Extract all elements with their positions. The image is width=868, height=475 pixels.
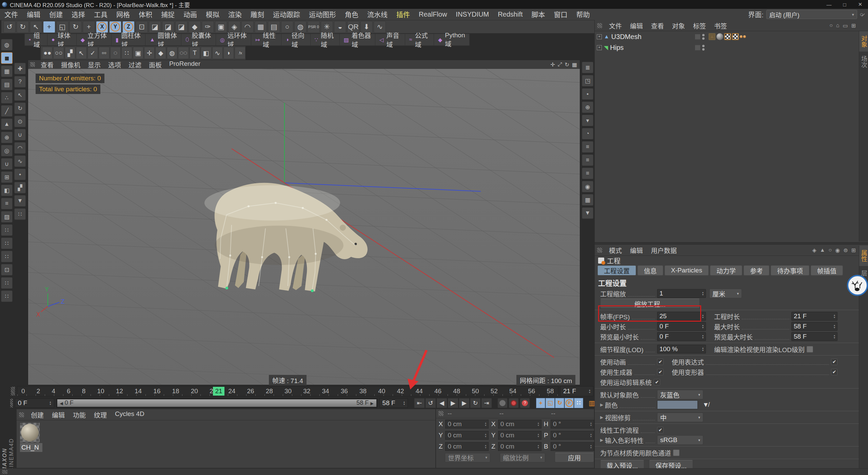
menu-item[interactable]: 运动图形 <box>304 10 340 19</box>
object-manager-menu-item[interactable]: 查看 <box>647 21 668 30</box>
scale-field[interactable]: 1▴▾ <box>657 289 706 298</box>
lock-workplane-icon[interactable]: ⊡ <box>1 264 13 276</box>
current-frame-field[interactable]: 21 F▴▾ <box>560 386 593 396</box>
attribute-tab[interactable]: 帧插值 <box>811 265 843 276</box>
visibility-dots[interactable] <box>702 45 705 51</box>
list3-icon[interactable]: ≡ <box>582 168 593 179</box>
default-color-dropdown[interactable]: 灰蓝色▾ <box>657 390 703 399</box>
menu-item[interactable]: 雕刻 <box>246 10 269 19</box>
key-pla-toggle[interactable]: ∷ <box>574 398 583 408</box>
object-manager-menu-item[interactable]: 文件 <box>605 21 626 30</box>
prev-frame-icon[interactable]: ◀ <box>436 398 447 408</box>
menu-item[interactable]: 插件 <box>392 10 414 19</box>
use-motion-clip-checkbox[interactable]: ✔ <box>654 379 660 385</box>
menu-item[interactable]: 模拟 <box>201 10 224 19</box>
menu-item[interactable]: 编辑 <box>22 10 45 19</box>
lod-checkbox[interactable] <box>807 346 813 353</box>
object-row-hips[interactable]: + ◥ Hips <box>595 42 868 53</box>
visibility-dots[interactable] <box>702 34 705 40</box>
color-swatch[interactable] <box>657 400 698 409</box>
menu-item[interactable]: 运动跟踪 <box>269 10 304 19</box>
menu-item[interactable]: 工具 <box>90 10 112 19</box>
key-rotation-toggle[interactable]: ↻ <box>555 398 564 408</box>
wire-sphere-icon[interactable]: ◍ <box>167 47 177 59</box>
manager-side-tab[interactable]: 属性 <box>859 246 868 266</box>
rotate-small-icon[interactable]: ↻ <box>14 102 26 114</box>
tweak-off-icon[interactable]: ○○ <box>53 47 64 59</box>
cursor-icon[interactable]: ↖ <box>14 89 26 101</box>
lock-icon[interactable]: ◉ <box>835 247 840 253</box>
range-grip[interactable] <box>10 399 13 407</box>
size-mode-dropdown[interactable]: 缩放比例▾ <box>500 453 545 462</box>
swirl-icon[interactable]: ∿ <box>212 47 223 59</box>
move-tool-icon[interactable]: + <box>43 21 55 33</box>
viewport-menu-item[interactable]: 面板 <box>145 60 165 69</box>
goto-end-icon[interactable]: ⇥ <box>481 398 492 408</box>
random-field[interactable]: ∵ 随机域 <box>311 34 340 45</box>
cube-tag-icon[interactable]: ◧ <box>201 47 211 59</box>
lock-y-icon[interactable]: Y <box>109 21 121 33</box>
arc-icon[interactable]: ◠ <box>14 142 26 154</box>
dots-b-icon[interactable]: ∷ <box>1 290 13 302</box>
expand-arrow-icon[interactable]: ▶ <box>600 438 605 442</box>
attribute-tab[interactable]: 工程设置 <box>597 265 636 276</box>
attribute-manager-menu-item[interactable]: 模式 <box>605 246 626 255</box>
spline-icon[interactable]: ∿ <box>14 155 26 167</box>
project-length-field[interactable]: 21 F▴▾ <box>791 312 837 321</box>
target-icon[interactable]: ⊚ <box>843 247 848 253</box>
expand-arrow-icon[interactable]: ▶ <box>600 402 605 407</box>
model-mode-icon[interactable]: ◼ <box>1 52 13 64</box>
max-time-field[interactable]: 58 F▴▾ <box>791 322 837 331</box>
size-y-field[interactable]: 0 cm▴▾ <box>498 431 541 440</box>
pos-z-field[interactable]: 0 cm▴▾ <box>445 442 489 451</box>
pin-icon[interactable]: ⊙ <box>14 116 26 127</box>
timeline-grip[interactable] <box>11 387 15 396</box>
use-generators-checkbox[interactable]: ✔ <box>657 369 664 375</box>
help-icon[interactable]: ? <box>14 76 26 88</box>
pos-x-field[interactable]: 0 cm▴▾ <box>445 420 489 429</box>
menu-item[interactable]: 捕捉 <box>157 10 179 19</box>
view-clipping-dropdown[interactable]: 中▾ <box>657 413 703 422</box>
viewport-menu-item[interactable]: 摄像机 <box>57 60 84 69</box>
bodypaint-icon[interactable]: ∿ <box>374 21 386 33</box>
points-mode-icon[interactable]: ∴ <box>1 92 13 103</box>
capsule-field[interactable]: ⬯ 胶囊体域 <box>181 34 216 45</box>
timeline-playhead[interactable]: 21 <box>213 387 224 396</box>
material-menu-item[interactable]: 纹理 <box>90 410 111 419</box>
group-field[interactable]: ▪ 组域 <box>25 34 47 45</box>
record-keyframe-icon[interactable] <box>509 398 519 408</box>
dots-a-icon[interactable]: ∷ <box>1 277 13 289</box>
viewport-menu-item[interactable]: 显示 <box>84 60 104 69</box>
grip-icon[interactable]: ≣ <box>582 62 593 73</box>
texture-mode-icon[interactable]: ▦ <box>1 65 13 77</box>
axis-center-icon[interactable]: ✛ <box>144 47 155 59</box>
interface-select[interactable]: 启动 (用户)▾ <box>766 10 857 19</box>
viewport-menu-item[interactable]: 选项 <box>104 60 125 69</box>
use-deformers-checkbox[interactable]: ✔ <box>831 369 837 375</box>
expand-icon[interactable]: + <box>597 34 602 39</box>
manager-side-tab[interactable]: 场次 <box>859 52 868 72</box>
rot-h-field[interactable]: 0 °▴▾ <box>551 420 594 429</box>
grid-b-icon[interactable]: ∷ <box>1 238 13 249</box>
phong-tag-icon[interactable] <box>740 33 747 40</box>
object-name[interactable]: U3DMesh <box>611 33 642 41</box>
object-row-u3dmesh[interactable]: + ▲ U3DMesh ∴ <box>595 31 868 42</box>
prev-key-icon[interactable]: ↺ <box>425 398 436 408</box>
spline-smooth-icon[interactable]: ✓ <box>87 47 98 59</box>
manager-side-tab[interactable]: 对象 <box>859 31 868 52</box>
cone-field[interactable]: ▲ 圆锥体域 <box>145 34 181 45</box>
menu-item[interactable]: 帮助 <box>572 10 594 19</box>
solo-mode-icon[interactable]: ◎ <box>1 145 13 156</box>
attribute-manager-menu-item[interactable]: 编辑 <box>626 246 647 255</box>
maximize-button[interactable]: □ <box>837 0 852 8</box>
viewport-menu-item[interactable]: 过滤 <box>125 60 145 69</box>
size-z-field[interactable]: 0 cm▴▾ <box>498 442 541 451</box>
attribute-manager-menu-item[interactable]: 用户数据 <box>647 246 681 255</box>
menu-item[interactable]: 体积 <box>134 10 157 19</box>
spherical-field[interactable]: ● 球体域 <box>47 34 77 45</box>
brush-icon[interactable]: ▞ <box>14 182 26 193</box>
attribute-tab[interactable]: 待办事项 <box>771 265 809 276</box>
panel-grip[interactable] <box>438 411 443 416</box>
close-button[interactable]: ✕ <box>852 0 868 8</box>
volume-icon[interactable]: ◒ <box>334 21 346 33</box>
